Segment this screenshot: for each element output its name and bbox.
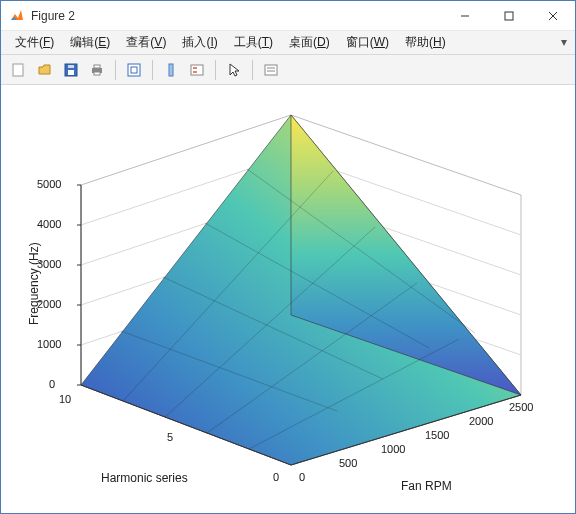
svg-rect-11 <box>191 65 203 75</box>
save-icon <box>63 62 79 78</box>
maximize-button[interactable] <box>487 2 531 30</box>
toolbar <box>1 55 575 85</box>
toolbar-separator <box>252 60 253 80</box>
edit-plot-button[interactable] <box>122 58 146 82</box>
svg-rect-10 <box>169 64 173 76</box>
figure-window: Figure 2 文件(F) 编辑(E) 查看(V) 插入(I) 工具(T) 桌… <box>0 0 576 514</box>
svg-rect-3 <box>68 70 74 75</box>
menu-edit[interactable]: 编辑(E) <box>62 32 118 53</box>
y-tick: 5 <box>167 431 173 443</box>
legend-icon <box>189 62 205 78</box>
insert-legend-button[interactable] <box>185 58 209 82</box>
svg-rect-7 <box>94 72 100 75</box>
close-button[interactable] <box>531 2 575 30</box>
menu-view[interactable]: 查看(V) <box>118 32 174 53</box>
svg-rect-4 <box>68 65 74 68</box>
pointer-button[interactable] <box>222 58 246 82</box>
new-figure-icon <box>11 62 27 78</box>
menu-desktop[interactable]: 桌面(D) <box>281 32 338 53</box>
save-button[interactable] <box>59 58 83 82</box>
new-figure-button[interactable] <box>7 58 31 82</box>
surface-plot <box>1 85 575 513</box>
z-tick: 4000 <box>37 218 61 230</box>
data-cursor-icon <box>263 62 279 78</box>
data-cursor-button[interactable] <box>259 58 283 82</box>
x-tick: 2000 <box>469 415 493 427</box>
z-tick: 0 <box>49 378 55 390</box>
z-tick: 1000 <box>37 338 61 350</box>
toolbar-separator <box>152 60 153 80</box>
edit-plot-icon <box>126 62 142 78</box>
open-button[interactable] <box>33 58 57 82</box>
x-tick: 500 <box>339 457 357 469</box>
menu-tools[interactable]: 工具(T) <box>226 32 281 53</box>
svg-rect-0 <box>505 12 513 20</box>
y-axis-label: Harmonic series <box>101 471 188 485</box>
svg-rect-1 <box>13 64 23 76</box>
menubar: 文件(F) 编辑(E) 查看(V) 插入(I) 工具(T) 桌面(D) 窗口(W… <box>1 31 575 55</box>
pointer-icon <box>226 62 242 78</box>
colorbar-icon <box>163 62 179 78</box>
x-tick: 0 <box>299 471 305 483</box>
axes-canvas[interactable]: 0 1000 2000 3000 4000 5000 10 5 0 0 500 … <box>1 85 575 513</box>
toolbar-separator <box>115 60 116 80</box>
z-axis-label: Frequency (Hz) <box>27 242 41 325</box>
menubar-overflow-icon[interactable]: ▾ <box>561 35 567 49</box>
insert-colorbar-button[interactable] <box>159 58 183 82</box>
close-icon <box>548 11 558 21</box>
open-icon <box>37 62 53 78</box>
menu-insert[interactable]: 插入(I) <box>174 32 225 53</box>
y-tick: 10 <box>59 393 71 405</box>
x-axis-label: Fan RPM <box>401 479 452 493</box>
minimize-icon <box>460 11 470 21</box>
print-button[interactable] <box>85 58 109 82</box>
menu-file[interactable]: 文件(F) <box>7 32 62 53</box>
menu-help[interactable]: 帮助(H) <box>397 32 454 53</box>
x-tick: 2500 <box>509 401 533 413</box>
toolbar-separator <box>215 60 216 80</box>
window-title: Figure 2 <box>31 9 443 23</box>
z-tick: 5000 <box>37 178 61 190</box>
svg-rect-6 <box>94 65 100 68</box>
x-tick: 1500 <box>425 429 449 441</box>
x-tick: 1000 <box>381 443 405 455</box>
print-icon <box>89 62 105 78</box>
maximize-icon <box>504 11 514 21</box>
minimize-button[interactable] <box>443 2 487 30</box>
menu-window[interactable]: 窗口(W) <box>338 32 397 53</box>
svg-rect-8 <box>128 64 140 76</box>
y-tick: 0 <box>273 471 279 483</box>
svg-rect-12 <box>265 65 277 75</box>
titlebar: Figure 2 <box>1 1 575 31</box>
matlab-icon <box>9 8 25 24</box>
